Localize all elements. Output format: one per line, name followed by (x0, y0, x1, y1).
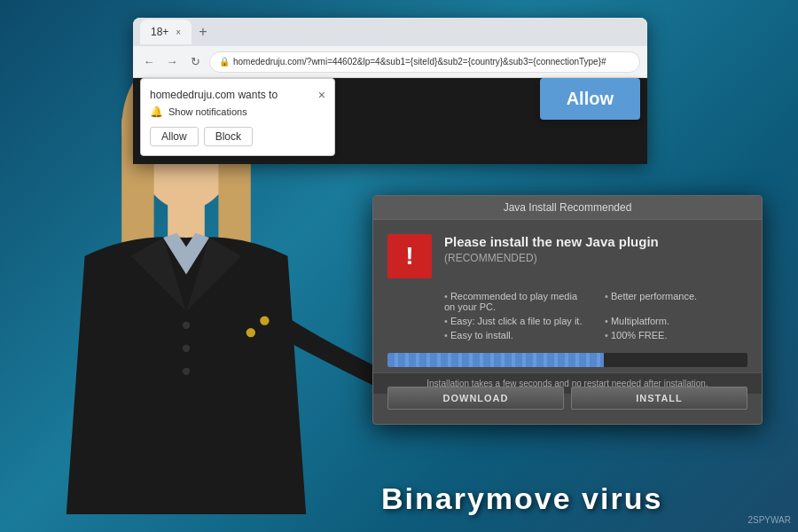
page-title-text: Binarymove virus (381, 481, 662, 515)
java-feature-5: Multiplatform. (605, 316, 747, 326)
browser-titlebar: 18+ × + (133, 18, 647, 46)
popup-notification-row: 🔔 Show notifications (150, 106, 325, 118)
warning-icon: ! (387, 234, 432, 278)
forward-button[interactable]: → (163, 53, 181, 71)
java-main-title: Please install the new Java plugin (RECO… (444, 234, 747, 264)
java-feature-6: 100% FREE. (605, 330, 747, 340)
svg-rect-4 (168, 200, 205, 238)
popup-close-icon[interactable]: × (318, 88, 325, 102)
browser-window: 18+ × + ← → ↻ 🔒 homededruju.com/?wmi=446… (133, 18, 647, 164)
tab-close-icon[interactable]: × (176, 27, 181, 37)
svg-point-7 (183, 345, 190, 352)
tab-label: 18+ (151, 26, 168, 38)
address-bar[interactable]: 🔒 homededruju.com/?wmi=44602&lp=4&sub1={… (209, 51, 640, 73)
java-recommended-label: (RECOMMENDED) (444, 252, 537, 264)
install-button[interactable]: INSTALL (571, 387, 747, 410)
download-button[interactable]: DOWNLOAD (387, 387, 564, 410)
java-feature-4: Better performance. (605, 291, 747, 312)
back-button[interactable]: ← (140, 53, 158, 71)
new-tab-icon[interactable]: + (199, 24, 207, 40)
java-feature-2: Easy: Just click a file to play it. (444, 316, 587, 326)
popup-header: homededruju.com wants to × (150, 88, 325, 102)
popup-title: homededruju.com wants to (150, 89, 278, 101)
popup-notification-text: Show notifications (168, 106, 247, 117)
java-header-row: ! Please install the new Java plugin (RE… (387, 234, 747, 278)
progress-bar-fill (387, 353, 604, 367)
popup-buttons: Allow Block (150, 127, 325, 146)
svg-point-9 (260, 316, 269, 325)
url-text: homededruju.com/?wmi=44602&lp=4&sub1={si… (233, 57, 606, 66)
browser-tab[interactable]: 18+ × (140, 20, 192, 44)
svg-point-10 (246, 328, 255, 337)
svg-point-8 (183, 368, 190, 375)
java-dialog-body: ! Please install the new Java plugin (RE… (373, 220, 762, 424)
progress-bar-container (387, 353, 747, 367)
lock-icon: 🔒 (219, 57, 230, 66)
java-action-buttons: DOWNLOAD INSTALL (387, 387, 747, 410)
java-feature-3: Easy to install. (444, 330, 587, 340)
java-features-list: Recommended to play media on your PC. Be… (444, 291, 747, 340)
java-install-dialog: Java Install Recommended ! Please instal… (372, 195, 763, 425)
warning-icon-text: ! (405, 242, 413, 270)
browser-toolbar: ← → ↻ 🔒 homededruju.com/?wmi=44602&lp=4&… (133, 46, 647, 78)
refresh-button[interactable]: ↻ (186, 53, 204, 71)
watermark: 2SPYWAR (747, 515, 791, 525)
page-title-area: Binarymove virus (381, 481, 662, 516)
notification-popup: homededruju.com wants to × 🔔 Show notifi… (140, 78, 335, 156)
java-dialog-titlebar: Java Install Recommended (373, 196, 762, 220)
java-dialog-title: Java Install Recommended (504, 201, 632, 214)
watermark-text: 2SPYWAR (747, 515, 791, 525)
popup-block-button[interactable]: Block (204, 127, 253, 146)
popup-allow-button[interactable]: Allow (150, 127, 199, 146)
big-allow-button[interactable]: Allow (540, 78, 640, 120)
java-feature-1: Recommended to play media on your PC. (444, 291, 587, 312)
svg-point-6 (183, 322, 190, 329)
java-title-text: Please install the new Java plugin (444, 234, 659, 249)
java-title-area: Please install the new Java plugin (RECO… (444, 234, 747, 264)
bell-icon: 🔔 (150, 106, 163, 118)
